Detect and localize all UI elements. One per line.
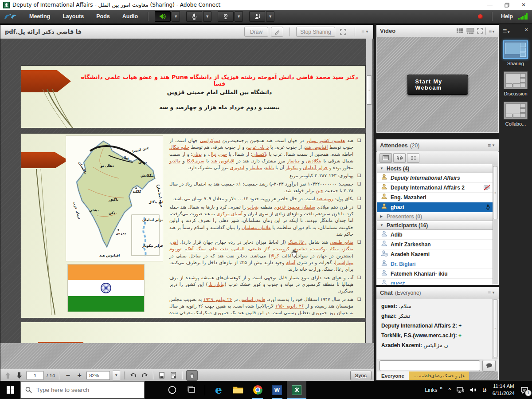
menu-pods[interactable]: Pods [90, 13, 116, 20]
rotate-left-button[interactable] [129, 371, 137, 380]
speaker-dropdown[interactable]: ▼ [172, 11, 180, 22]
microphone-dropdown[interactable]: ▼ [203, 11, 211, 22]
adobe-connect-taskbar-icon[interactable] [287, 381, 306, 399]
chat-message: Azadeh Kazemi: ن مزالیتس [377, 340, 493, 350]
action-center-icon[interactable]: 1 [520, 386, 528, 394]
attendee-group-presenters[interactable]: ▶ Presenters (0) [377, 212, 493, 221]
webcam-dropdown[interactable]: ▼ [235, 11, 243, 22]
page-up-button[interactable] [3, 371, 12, 380]
scrollbar-thumb[interactable]: ≡ [493, 300, 497, 357]
restore-button[interactable] [498, 0, 515, 10]
show-hidden-icons[interactable]: ^ [448, 387, 451, 393]
zoom-dropdown[interactable]: ▼ [113, 371, 120, 380]
chat-tab[interactable]: Everyone [377, 371, 409, 380]
links-toolbar[interactable]: Links [425, 387, 437, 393]
attendee-group-hosts[interactable]: ▼ Hosts (4) [377, 164, 493, 173]
attendee-breakout-view-button[interactable] [393, 153, 406, 163]
attendee-status-view-button[interactable] [407, 153, 419, 163]
sync-button[interactable]: Sync [350, 371, 372, 380]
zoom-level[interactable]: 82% [86, 371, 110, 380]
edge-icon[interactable]: e [209, 381, 228, 399]
document-scrollbar[interactable]: ≡ [366, 39, 372, 343]
start-button[interactable] [0, 381, 20, 399]
attendee-row[interactable]: ghazi [377, 202, 493, 212]
taskbar-search[interactable] [20, 381, 145, 399]
share-pod-menu-icon[interactable]: ≡▼ [361, 29, 369, 35]
clock[interactable]: 11:14 AM 6/11/2024 [493, 383, 515, 397]
language-indicator[interactable]: فا [482, 387, 486, 393]
map-label: بمبئی [89, 208, 99, 212]
menu-audio[interactable]: Audio [116, 13, 144, 20]
chevron-down-icon: ▼ [380, 223, 383, 227]
share-pod-header: فا قاضی دکتر ارائه یل.pdf Draw Stop Shar… [0, 25, 373, 39]
attendees-pod-menu-icon[interactable]: ≡▼ [488, 142, 495, 149]
layout-strip-menu-icon[interactable]: ≡▼ [503, 27, 510, 35]
scrollbar-thumb[interactable]: ≡ [367, 75, 372, 105]
page-number-input[interactable] [26, 371, 44, 380]
chat-scrollbar[interactable]: ≡ [493, 299, 498, 359]
chat-pod-title: Chat [380, 289, 393, 296]
search-input[interactable] [35, 386, 130, 394]
cortana-button[interactable] [162, 381, 182, 399]
attendee-row[interactable]: Adib [377, 230, 493, 240]
file-explorer-icon[interactable] [228, 381, 248, 399]
attendee-row[interactable]: Fatemeh Khanlari- ikiu [377, 269, 493, 279]
attendee-row[interactable]: Deputy International Affairs 2 [377, 183, 493, 193]
search-icon [25, 387, 32, 393]
close-button[interactable]: ✕ [515, 0, 532, 10]
layout-discussion[interactable]: Discussion [499, 71, 532, 96]
task-view-button[interactable] [182, 381, 201, 399]
fullscreen-icon[interactable] [338, 28, 348, 36]
speaker-button[interactable] [155, 11, 171, 22]
attendee-row[interactable]: Amir Zarkeshan [377, 240, 493, 249]
webcam-button[interactable] [218, 11, 234, 22]
rotate-right-button[interactable] [140, 371, 149, 380]
slide-bullet: ❑آب و هوای هند دارای تنوع بسیار قابل توج… [169, 274, 361, 295]
stop-sharing-button[interactable]: Stop Sharing [296, 27, 335, 37]
microphone-button[interactable] [186, 11, 202, 22]
raise-hand-dropdown[interactable]: ▼ [266, 11, 274, 22]
attendee-row[interactable]: Azadeh Kazemi [377, 249, 493, 259]
attendee-list-view-button[interactable] [379, 153, 392, 163]
filmstrip-view-icon[interactable] [466, 27, 474, 35]
scrollbar-thumb[interactable]: ≡ [493, 166, 497, 219]
layout-strip-close-icon[interactable]: ✕ [524, 27, 528, 35]
network-icon[interactable] [457, 386, 464, 394]
zoom-in-button[interactable]: + [75, 371, 84, 380]
map-label: مدرس [116, 231, 126, 235]
hand-tool-button[interactable] [186, 370, 198, 381]
chat-tab[interactable]: غل و جسک رضای‌فاطمه ... [409, 371, 469, 380]
pointer-tool-button[interactable] [271, 27, 283, 37]
menu-layouts[interactable]: Layouts [56, 13, 90, 20]
document-canvas[interactable]: دکتر سید محمد قاضی دانش آموخته رشته فیزی… [0, 39, 374, 343]
grid-view-icon[interactable] [457, 27, 464, 35]
chat-input[interactable] [379, 360, 480, 371]
chrome-icon[interactable] [248, 381, 267, 399]
page-down-button[interactable] [15, 371, 23, 380]
start-webcam-button[interactable]: Start My Webcam [407, 75, 468, 95]
chat-send-button[interactable] [482, 360, 496, 371]
help-menu[interactable]: Help [501, 13, 513, 20]
volume-icon[interactable] [470, 386, 477, 394]
fullscreen-icon[interactable] [477, 27, 483, 35]
attendee-row[interactable]: Dr. Biglari [377, 259, 493, 269]
draw-button[interactable]: Draw [244, 27, 268, 37]
continuous-view-button[interactable] [169, 371, 178, 380]
menu-meeting[interactable]: Meeting [23, 13, 56, 20]
minimize-button[interactable]: — [481, 0, 498, 10]
layout-sharing[interactable]: Sharing [499, 40, 532, 66]
chevron-right-icon[interactable]: » [439, 385, 442, 391]
map-label: جزایر نیکوبار [142, 244, 163, 248]
zoom-out-button[interactable]: − [63, 371, 72, 380]
single-page-view-button[interactable] [157, 371, 166, 380]
video-pod-menu-icon[interactable]: ≡▼ [489, 28, 495, 34]
attendee-row[interactable]: guest [377, 279, 493, 284]
attendee-row[interactable]: Eng. Mazaheri [377, 193, 493, 202]
layout-collabo[interactable]: Collabo... [499, 102, 532, 126]
raise-hand-button[interactable] [249, 11, 265, 22]
attendee-group-participants[interactable]: ▼ Participants (16) [377, 221, 493, 230]
chat-pod-menu-icon[interactable]: ≡▼ [488, 290, 495, 296]
word-icon[interactable]: W [267, 381, 287, 399]
attendee-row[interactable]: Deputy International Affairs [377, 173, 493, 183]
attendees-scrollbar[interactable]: ≡ [493, 164, 498, 284]
